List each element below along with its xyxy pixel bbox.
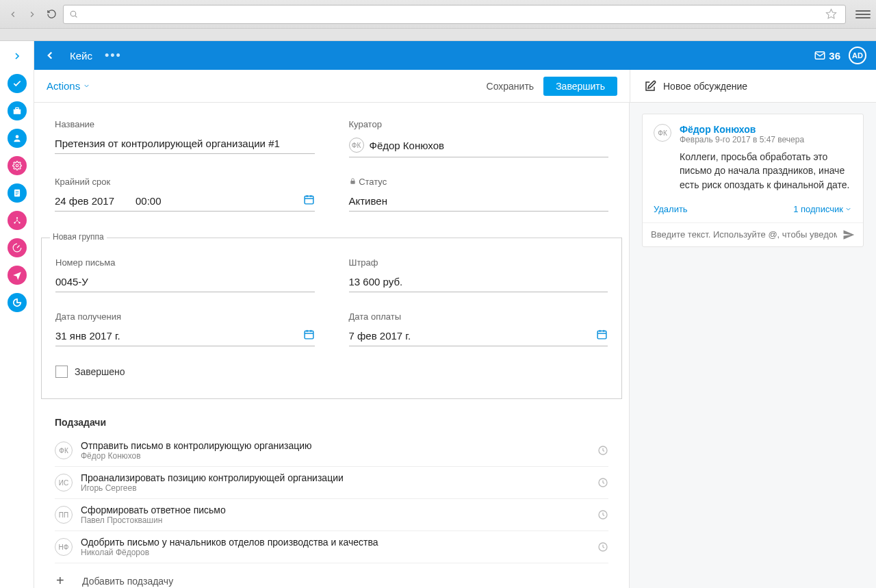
subtask-assignee: Николай Фёдоров bbox=[81, 548, 378, 557]
page-title: Кейс bbox=[70, 50, 92, 62]
svg-point-5 bbox=[15, 135, 18, 138]
left-nav bbox=[0, 41, 34, 588]
save-button[interactable]: Сохранить bbox=[487, 81, 534, 92]
letter-number-input[interactable]: 0045-У bbox=[55, 273, 315, 292]
calendar-icon[interactable] bbox=[596, 329, 608, 340]
comment-input[interactable] bbox=[651, 229, 837, 240]
browser-forward-button[interactable] bbox=[25, 7, 40, 22]
deadline-label: Крайний срок bbox=[55, 177, 315, 187]
subtask-title: Отправить письмо в контролирующую органи… bbox=[81, 440, 312, 451]
svg-rect-3 bbox=[13, 110, 21, 114]
status-value: Активен bbox=[349, 192, 609, 212]
nav-dashboard-icon[interactable] bbox=[8, 238, 27, 257]
new-discussion-label: Новое обсуждение bbox=[663, 81, 747, 92]
back-button[interactable] bbox=[44, 49, 57, 62]
subtask-row[interactable]: НФОдобрить письмо у начальников отделов … bbox=[55, 531, 608, 563]
name-label: Название bbox=[55, 119, 315, 129]
nav-user-icon[interactable] bbox=[8, 129, 27, 148]
complete-button[interactable]: Завершить bbox=[543, 77, 617, 96]
name-input[interactable]: Претензия от контролирующей организации … bbox=[55, 135, 315, 154]
browser-tab-strip bbox=[0, 29, 876, 41]
received-date-label: Дата получения bbox=[55, 311, 315, 322]
completed-checkbox[interactable] bbox=[55, 366, 68, 378]
clock-icon bbox=[597, 477, 608, 488]
svg-rect-20 bbox=[305, 331, 313, 339]
user-avatar[interactable]: AD bbox=[849, 47, 866, 64]
subscribers-link[interactable]: 1 подписчик bbox=[793, 204, 852, 214]
clock-icon bbox=[597, 541, 608, 552]
svg-rect-4 bbox=[15, 107, 18, 109]
comment-avatar: ФК bbox=[654, 124, 671, 142]
calendar-icon[interactable] bbox=[303, 194, 315, 205]
clock-icon bbox=[597, 445, 608, 456]
subtask-avatar: ИС bbox=[55, 474, 73, 491]
browser-menu-button[interactable] bbox=[855, 10, 871, 18]
svg-rect-24 bbox=[597, 331, 606, 339]
group-legend: Новая группа bbox=[50, 232, 107, 242]
browser-back-button[interactable] bbox=[5, 7, 21, 22]
svg-rect-19 bbox=[350, 181, 355, 184]
browser-url-input[interactable] bbox=[63, 5, 846, 24]
completed-label: Завершено bbox=[75, 366, 125, 377]
action-bar: Actions Сохранить Завершить bbox=[34, 70, 630, 103]
nav-settings-icon[interactable] bbox=[8, 156, 27, 175]
nav-document-icon[interactable] bbox=[8, 183, 27, 203]
subtask-avatar: НФ bbox=[55, 538, 73, 556]
delete-comment-link[interactable]: Удалить bbox=[654, 204, 688, 214]
nav-structure-icon[interactable] bbox=[8, 211, 27, 230]
subtask-assignee: Фёдор Конюхов bbox=[81, 451, 312, 461]
discussion-card: ФК Фёдор Конюхов Февраль 9-го 2017 в 5:4… bbox=[642, 114, 864, 247]
subtask-avatar: ФК bbox=[55, 442, 73, 459]
subtask-title: Проанализировать позицию контролирующей … bbox=[81, 472, 344, 483]
paid-date-input[interactable]: 7 фев 2017 г. bbox=[349, 327, 608, 346]
add-subtask-button[interactable]: + Добавить подзадачу bbox=[55, 563, 608, 588]
nav-send-icon[interactable] bbox=[8, 266, 27, 285]
letter-number-label: Номер письма bbox=[55, 257, 315, 268]
top-bar: Кейс ••• 36 AD bbox=[34, 41, 876, 70]
received-date-input[interactable]: 31 янв 2017 г. bbox=[55, 327, 315, 346]
svg-marker-2 bbox=[826, 9, 836, 18]
fine-label: Штраф bbox=[349, 257, 608, 268]
deadline-input[interactable]: 24 фев 2017 00:00 bbox=[55, 192, 315, 212]
nav-tasks-icon[interactable] bbox=[8, 74, 27, 93]
subtask-avatar: ПП bbox=[55, 506, 73, 524]
fine-input[interactable]: 13 600 руб. bbox=[349, 273, 608, 292]
more-menu-button[interactable]: ••• bbox=[105, 49, 122, 63]
comment-timestamp: Февраль 9-го 2017 в 5:47 вечера bbox=[680, 135, 852, 144]
svg-line-1 bbox=[75, 16, 77, 17]
subtask-title: Сформировать ответное письмо bbox=[81, 504, 226, 515]
subtasks-heading: Подзадачи bbox=[55, 417, 608, 428]
browser-reload-button[interactable] bbox=[44, 7, 59, 22]
send-icon[interactable] bbox=[842, 229, 855, 241]
curator-input[interactable]: ФК Фёдор Конюхов bbox=[349, 135, 609, 157]
svg-rect-15 bbox=[305, 196, 313, 204]
subtask-title: Одобрить письмо у начальников отделов пр… bbox=[81, 537, 378, 548]
paid-date-label: Дата оплаты bbox=[349, 311, 608, 322]
subtask-assignee: Павел Простоквашин bbox=[81, 515, 226, 525]
curator-avatar: ФК bbox=[349, 138, 364, 153]
group-box: Новая группа Номер письма 0045-У Штраф 1… bbox=[41, 238, 622, 399]
comment-text: Коллеги, просьба обработать это письмо д… bbox=[680, 150, 852, 192]
lock-icon bbox=[349, 177, 359, 187]
actions-dropdown-button[interactable]: Actions bbox=[47, 80, 90, 92]
browser-chrome bbox=[0, 0, 876, 29]
subtask-row[interactable]: ИСПроанализировать позицию контролирующе… bbox=[55, 467, 608, 499]
calendar-icon[interactable] bbox=[303, 329, 315, 340]
status-label: Статус bbox=[349, 177, 609, 187]
curator-label: Куратор bbox=[349, 119, 609, 129]
nav-collapse-icon[interactable] bbox=[8, 47, 27, 66]
subtask-assignee: Игорь Сергеев bbox=[81, 483, 344, 493]
bookmark-star-icon[interactable] bbox=[825, 8, 840, 20]
plus-icon: + bbox=[56, 573, 73, 588]
nav-chart-icon[interactable] bbox=[8, 293, 27, 312]
svg-point-0 bbox=[70, 11, 76, 16]
nav-briefcase-icon[interactable] bbox=[8, 101, 27, 120]
comment-author[interactable]: Фёдор Конюхов bbox=[680, 124, 852, 135]
mail-counter[interactable]: 36 bbox=[814, 49, 840, 62]
new-discussion-bar[interactable]: Новое обсуждение bbox=[630, 70, 876, 103]
svg-point-11 bbox=[16, 217, 17, 218]
subtask-row[interactable]: ППСформировать ответное письмоПавел Прос… bbox=[55, 499, 608, 531]
compose-icon bbox=[644, 80, 656, 92]
subtask-row[interactable]: ФКОтправить письмо в контролирующую орга… bbox=[55, 435, 608, 467]
svg-point-6 bbox=[16, 164, 18, 167]
